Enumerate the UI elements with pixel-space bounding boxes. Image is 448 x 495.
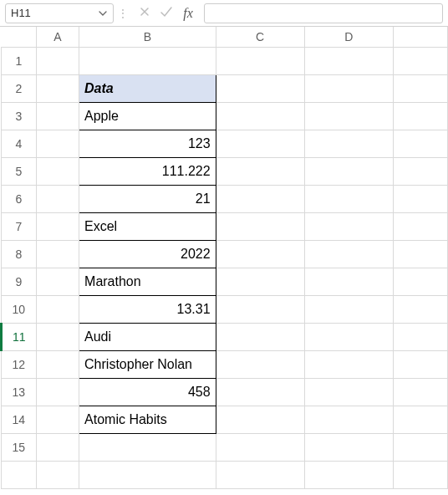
cell[interactable] <box>36 185 79 212</box>
cell[interactable] <box>216 74 304 102</box>
cell[interactable] <box>216 350 304 378</box>
cell[interactable]: Apple <box>79 102 216 130</box>
cell[interactable]: Atomic Habits <box>79 406 216 433</box>
cell[interactable] <box>36 130 79 157</box>
cell[interactable] <box>36 47 79 74</box>
row-header[interactable]: 4 <box>2 130 37 157</box>
chevron-down-icon[interactable] <box>98 8 108 18</box>
cell[interactable] <box>393 157 447 185</box>
cell[interactable]: 123 <box>79 130 216 157</box>
row-header[interactable]: 12 <box>2 350 37 378</box>
cell[interactable] <box>36 378 79 406</box>
row-header[interactable] <box>2 461 37 488</box>
cell[interactable] <box>216 157 304 185</box>
row-header[interactable]: 7 <box>2 212 37 240</box>
enter-button[interactable] <box>157 4 176 23</box>
cell[interactable] <box>304 323 393 350</box>
cell[interactable] <box>36 240 79 268</box>
cell[interactable] <box>393 47 447 74</box>
col-header-d[interactable]: D <box>304 27 393 47</box>
cell[interactable] <box>216 240 304 268</box>
cell[interactable] <box>36 406 79 433</box>
cancel-button[interactable] <box>135 4 154 23</box>
cell[interactable] <box>36 157 79 185</box>
cell[interactable]: 458 <box>79 378 216 406</box>
row-header[interactable]: 8 <box>2 240 37 268</box>
cell[interactable] <box>36 74 79 102</box>
cell[interactable] <box>304 74 393 102</box>
cell[interactable] <box>36 350 79 378</box>
cell[interactable] <box>393 461 447 488</box>
cell[interactable] <box>393 350 447 378</box>
col-header-b[interactable]: B <box>79 27 216 47</box>
col-header-a[interactable]: A <box>36 27 79 47</box>
cell[interactable] <box>393 185 447 212</box>
row-header[interactable]: 1 <box>2 47 37 74</box>
cell[interactable] <box>304 268 393 295</box>
cell[interactable] <box>393 295 447 323</box>
cell[interactable]: Excel <box>79 212 216 240</box>
cell[interactable] <box>304 185 393 212</box>
cell[interactable] <box>216 461 304 488</box>
cell[interactable] <box>36 461 79 488</box>
cell[interactable] <box>304 295 393 323</box>
row-header[interactable]: 3 <box>2 102 37 130</box>
col-header-e[interactable] <box>393 27 447 47</box>
cell[interactable] <box>216 323 304 350</box>
col-header-c[interactable]: C <box>216 27 304 47</box>
cell[interactable] <box>304 212 393 240</box>
cell[interactable] <box>304 378 393 406</box>
row-header[interactable]: 13 <box>2 378 37 406</box>
row-header[interactable]: 6 <box>2 185 37 212</box>
cell[interactable] <box>36 102 79 130</box>
cell[interactable]: Marathon <box>79 268 216 295</box>
cell[interactable] <box>304 130 393 157</box>
cell[interactable] <box>216 130 304 157</box>
cell[interactable] <box>304 406 393 433</box>
cell[interactable] <box>393 240 447 268</box>
row-header[interactable]: 2 <box>2 74 37 102</box>
name-box[interactable]: H11 <box>5 3 114 23</box>
cell[interactable] <box>304 350 393 378</box>
insert-function-button[interactable]: fx <box>179 4 197 23</box>
cell[interactable] <box>216 268 304 295</box>
cell[interactable]: 13.31 <box>79 295 216 323</box>
formula-input[interactable] <box>204 3 443 23</box>
cell[interactable] <box>36 295 79 323</box>
spreadsheet-grid[interactable]: A B C D 12Data3Apple41235111.2226217Exce… <box>0 27 448 489</box>
cell[interactable]: Christopher Nolan <box>79 350 216 378</box>
cell[interactable] <box>393 268 447 295</box>
cell[interactable] <box>79 461 216 488</box>
cell[interactable] <box>304 433 393 461</box>
cell[interactable] <box>304 240 393 268</box>
cell[interactable] <box>393 378 447 406</box>
cell[interactable]: 111.222 <box>79 157 216 185</box>
cell[interactable] <box>393 102 447 130</box>
cell[interactable] <box>36 323 79 350</box>
cell[interactable] <box>36 433 79 461</box>
cell[interactable]: Audi <box>79 323 216 350</box>
cell[interactable]: 2022 <box>79 240 216 268</box>
row-header[interactable]: 10 <box>2 295 37 323</box>
cell[interactable] <box>216 47 304 74</box>
cell[interactable] <box>393 406 447 433</box>
cell[interactable] <box>216 295 304 323</box>
cell[interactable] <box>79 433 216 461</box>
row-header[interactable]: 5 <box>2 157 37 185</box>
cell[interactable] <box>393 130 447 157</box>
cell[interactable] <box>304 461 393 488</box>
cell[interactable] <box>216 185 304 212</box>
row-header[interactable]: 9 <box>2 268 37 295</box>
cell[interactable] <box>216 102 304 130</box>
cell[interactable]: Data <box>79 74 216 102</box>
cell[interactable] <box>216 212 304 240</box>
cell[interactable] <box>304 157 393 185</box>
cell[interactable] <box>216 433 304 461</box>
cell[interactable] <box>304 47 393 74</box>
cell[interactable] <box>393 433 447 461</box>
cell[interactable] <box>393 212 447 240</box>
row-header[interactable]: 14 <box>2 406 37 433</box>
row-header[interactable]: 15 <box>2 433 37 461</box>
cell[interactable] <box>36 212 79 240</box>
cell[interactable] <box>36 268 79 295</box>
